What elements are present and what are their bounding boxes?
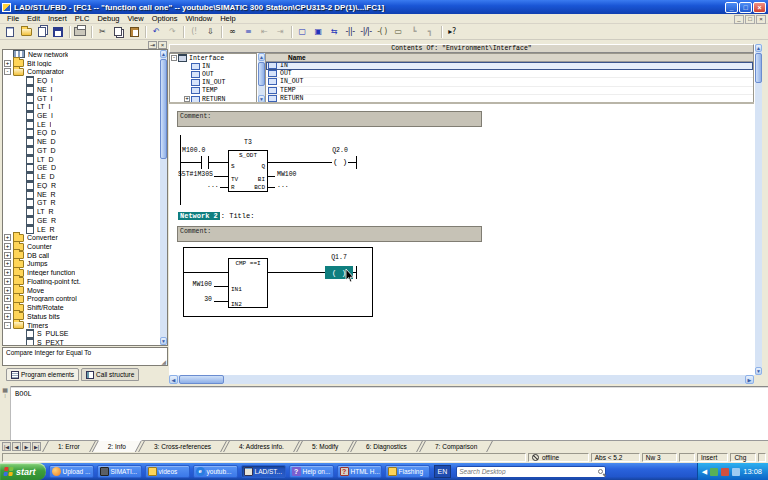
cut-button[interactable]: ✂ bbox=[94, 25, 110, 39]
tree-item[interactable]: LT_R bbox=[3, 207, 167, 216]
expander-icon[interactable]: + bbox=[4, 278, 11, 285]
search-icon[interactable] bbox=[598, 469, 603, 474]
tree-item[interactable]: + Converter bbox=[3, 233, 167, 242]
tab-address-info[interactable]: 4: Address info. bbox=[223, 441, 300, 452]
tree-item[interactable]: S_PEXT bbox=[3, 338, 167, 346]
editor-hscrollbar[interactable]: ◀ ▶ bbox=[169, 375, 754, 384]
task-simatic[interactable]: SIMATI... bbox=[97, 465, 142, 478]
network1-comment[interactable]: Comment: bbox=[177, 111, 482, 127]
insert-box-button[interactable]: ▭ bbox=[390, 25, 406, 39]
tree-item[interactable]: NE_I bbox=[3, 85, 167, 94]
task-youtube[interactable]: youtub... bbox=[193, 465, 238, 478]
detail-window-button[interactable]: ▣ bbox=[310, 25, 326, 39]
redo-button[interactable]: ↷ bbox=[164, 25, 180, 39]
tab-modify[interactable]: 5: Modify bbox=[296, 441, 354, 452]
tree-item[interactable]: + Status bits bbox=[3, 312, 167, 321]
tree-item[interactable]: S_PULSE bbox=[3, 330, 167, 339]
menu-item[interactable]: Debug bbox=[93, 14, 123, 23]
mdi-close-button[interactable]: × bbox=[756, 15, 766, 24]
editor-vscrollbar[interactable]: ▲ ▼ bbox=[754, 44, 762, 375]
tree-item[interactable]: + Move bbox=[3, 286, 167, 295]
tab-error[interactable]: 1: Error bbox=[42, 441, 96, 452]
tree-item[interactable]: + Program control bbox=[3, 295, 167, 304]
contact-icon[interactable] bbox=[201, 156, 202, 169]
expander-icon[interactable]: + bbox=[4, 269, 11, 276]
column-header-name[interactable]: Name bbox=[266, 54, 753, 62]
in1-value[interactable]: MW100 bbox=[179, 281, 212, 289]
compare-box[interactable]: CMP ==I IN1 IN2 bbox=[228, 258, 268, 308]
timer-operand[interactable]: T3 bbox=[228, 139, 268, 147]
tree-item[interactable]: LE_D bbox=[3, 172, 167, 181]
next-tab-button[interactable]: ▶ bbox=[22, 442, 31, 451]
tree-item[interactable]: New network bbox=[3, 50, 167, 59]
task-help[interactable]: Help on... bbox=[289, 465, 334, 478]
coil-icon[interactable]: ( ) bbox=[332, 156, 348, 167]
expander-icon[interactable]: + bbox=[4, 313, 11, 320]
insert-nc-contact-button[interactable]: -|/|- bbox=[358, 25, 374, 39]
tray-image-icon[interactable] bbox=[710, 468, 718, 476]
interface-tree-item[interactable]: - Interface bbox=[170, 54, 256, 62]
network2-comment[interactable]: Comment: bbox=[177, 226, 482, 242]
tray-volume-icon[interactable] bbox=[732, 468, 740, 476]
interface-tree-item[interactable]: IN bbox=[170, 62, 256, 70]
expander-icon[interactable]: + bbox=[4, 252, 11, 259]
tree-item[interactable]: GE_D bbox=[3, 164, 167, 173]
task-htmlhelp[interactable]: HTML H... bbox=[337, 465, 382, 478]
menu-item[interactable]: PLC bbox=[71, 14, 94, 23]
tree-item[interactable]: NE_D bbox=[3, 137, 167, 146]
table-row[interactable]: OUT bbox=[266, 70, 753, 78]
close-button[interactable]: × bbox=[753, 2, 766, 13]
table-row[interactable]: TEMP bbox=[266, 87, 753, 95]
close-branch-button[interactable]: ┓ bbox=[422, 25, 438, 39]
help-cursor-button[interactable]: ▸? bbox=[444, 25, 460, 39]
coil-operand[interactable]: Q1.7 bbox=[325, 254, 353, 262]
task-upload[interactable]: Upload ... bbox=[49, 465, 94, 478]
in2-value[interactable]: 30 bbox=[179, 296, 212, 304]
interface-tree-scrollbar[interactable]: ▲ ▼ bbox=[257, 53, 265, 103]
symbol-info-button[interactable]: ≡ bbox=[240, 25, 256, 39]
expander-icon[interactable]: + bbox=[4, 234, 11, 241]
tab-diagnostics[interactable]: 6: Diagnostics bbox=[350, 441, 423, 452]
tree-item[interactable]: + Floating-point fct. bbox=[3, 277, 167, 286]
ladder-editor[interactable]: Comment: M100.0 T3 S_ODT S Q TV BI R BCD… bbox=[169, 104, 754, 375]
save-button[interactable] bbox=[50, 25, 66, 39]
overview-window-button[interactable]: ▢ bbox=[294, 25, 310, 39]
tray-alert-icon[interactable] bbox=[721, 468, 729, 476]
tree-item[interactable]: LE_R bbox=[3, 225, 167, 234]
hide-icons-chevron[interactable]: ◀ bbox=[702, 468, 707, 476]
catalog-scrollbar[interactable]: ▲ ▼ bbox=[159, 50, 167, 345]
open-button[interactable] bbox=[18, 25, 34, 39]
tree-item[interactable]: + Jumps bbox=[3, 260, 167, 269]
menu-item[interactable]: Edit bbox=[23, 14, 44, 23]
tree-item[interactable]: + Shift/Rotate bbox=[3, 303, 167, 312]
network2-label[interactable]: Network 2 bbox=[178, 212, 220, 220]
scroll-down-icon[interactable]: ▼ bbox=[160, 337, 167, 345]
tree-item[interactable]: LE_I bbox=[3, 120, 167, 129]
maximize-button[interactable]: □ bbox=[739, 2, 752, 13]
split-view-button[interactable]: ⇆ bbox=[326, 25, 342, 39]
task-ladstl[interactable]: LAD/ST... bbox=[241, 465, 286, 478]
print-button[interactable] bbox=[72, 25, 88, 39]
prev-tab-button[interactable]: ◀ bbox=[12, 442, 21, 451]
tree-item[interactable]: + DB call bbox=[3, 251, 167, 260]
mdi-minimize-button[interactable]: _ bbox=[734, 15, 744, 24]
tab-info[interactable]: 2: Info bbox=[91, 440, 141, 452]
contact-operand[interactable]: M100.0 bbox=[182, 147, 205, 155]
expander-icon[interactable]: + bbox=[4, 60, 11, 67]
interface-tree-item[interactable]: IN_OUT bbox=[170, 79, 256, 87]
tab-cross-references[interactable]: 3: Cross-references bbox=[138, 441, 227, 452]
tree-item[interactable]: GE_I bbox=[3, 111, 167, 120]
task-videos[interactable]: videos bbox=[145, 465, 190, 478]
tree-item[interactable]: + Counter bbox=[3, 242, 167, 251]
tree-item[interactable]: - Comparator bbox=[3, 67, 167, 76]
network2-header[interactable]: Network 2 : Title: bbox=[178, 212, 254, 220]
monitor-onoff-button[interactable]: ∞ bbox=[224, 25, 240, 39]
tree-item[interactable]: EQ_R bbox=[3, 181, 167, 190]
expander-icon[interactable]: + bbox=[4, 243, 11, 250]
tree-item[interactable]: + Bit logic bbox=[3, 59, 167, 68]
expander-icon[interactable]: + bbox=[4, 287, 11, 294]
coil-operand[interactable]: Q2.0 bbox=[327, 147, 353, 155]
scroll-up-icon[interactable]: ▲ bbox=[258, 53, 265, 61]
tree-item[interactable]: EQ_D bbox=[3, 129, 167, 138]
tree-item[interactable]: GT_D bbox=[3, 146, 167, 155]
